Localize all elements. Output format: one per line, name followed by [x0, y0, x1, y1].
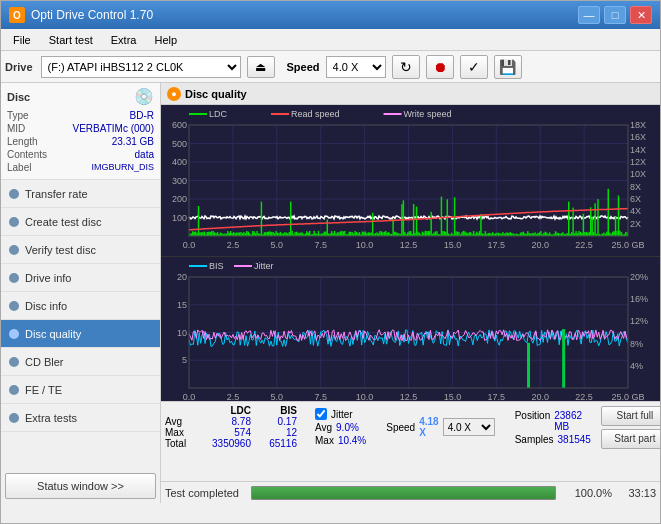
start-full-button[interactable]: Start full — [601, 406, 660, 426]
status-text: Test completed — [165, 487, 245, 499]
sidebar-item-disc-quality[interactable]: Disc quality — [1, 320, 160, 348]
progress-time: 33:13 — [618, 487, 656, 499]
maximize-button[interactable]: □ — [604, 6, 626, 24]
jitter-max: 10.4% — [338, 435, 366, 446]
disc-info-panel: Disc 💿 Type BD-R MID VERBATIMc (000) Len… — [1, 83, 160, 180]
nav-label: Verify test disc — [25, 244, 96, 256]
position-value: 23862 MB — [554, 410, 591, 432]
title-bar-left: O Opti Drive Control 1.70 — [9, 7, 153, 23]
nav-label: Extra tests — [25, 412, 77, 424]
title-controls: — □ ✕ — [578, 6, 652, 24]
nav-label: Drive info — [25, 272, 71, 284]
disc-label-row: Label IMGBURN_DIS — [7, 162, 154, 173]
speed-select-stat[interactable]: 4.0 X — [443, 418, 495, 436]
drive-label: Drive — [5, 61, 33, 73]
content-area: ● Disc quality LDC BIS Avg 8.78 — [161, 83, 660, 503]
title-bar: O Opti Drive Control 1.70 — □ ✕ — [1, 1, 660, 29]
sidebar: Disc 💿 Type BD-R MID VERBATIMc (000) Len… — [1, 83, 161, 503]
disc-contents-label: Contents — [7, 149, 47, 160]
sidebar-item-extra-tests[interactable]: Extra tests — [1, 404, 160, 432]
disc-icon: 💿 — [134, 87, 154, 106]
bis-chart — [161, 257, 660, 401]
total-label: Total — [165, 438, 203, 449]
menu-start-test[interactable]: Start test — [41, 32, 101, 48]
disc-type-label: Type — [7, 110, 29, 121]
disc-type-row: Type BD-R — [7, 110, 154, 121]
main-layout: Disc 💿 Type BD-R MID VERBATIMc (000) Len… — [1, 83, 660, 503]
nav-dot — [9, 245, 19, 255]
nav-dot — [9, 273, 19, 283]
samples-label: Samples — [515, 434, 554, 445]
drive-select[interactable]: (F:) ATAPI iHBS112 2 CL0K — [41, 56, 241, 78]
close-button[interactable]: ✕ — [630, 6, 652, 24]
menu-file[interactable]: File — [5, 32, 39, 48]
nav-dot — [9, 385, 19, 395]
eject-button[interactable]: ⏏ — [247, 56, 275, 78]
nav-dot — [9, 329, 19, 339]
save-button[interactable]: 💾 — [494, 55, 522, 79]
disc-mid-value: VERBATIMc (000) — [73, 123, 155, 134]
disc-contents-value: data — [135, 149, 154, 160]
sidebar-item-fe-te[interactable]: FE / TE — [1, 376, 160, 404]
bis-canvas — [161, 257, 660, 401]
disc-section-title: Disc — [7, 91, 30, 103]
disc-label-label: Label — [7, 162, 31, 173]
menu-extra[interactable]: Extra — [103, 32, 145, 48]
samples-value: 381545 — [558, 434, 591, 445]
progress-bar-fill — [252, 487, 555, 499]
app-title: Opti Drive Control 1.70 — [31, 8, 153, 22]
jitter-max-label: Max — [315, 435, 334, 446]
disc-type-value: BD-R — [130, 110, 154, 121]
avg-bis: 0.17 — [251, 416, 297, 427]
total-bis: 65116 — [251, 438, 297, 449]
jitter-label: Jitter — [331, 409, 353, 420]
disc-length-value: 23.31 GB — [112, 136, 154, 147]
stats-bar: LDC BIS Avg 8.78 0.17 Max 574 12 Total 3… — [161, 401, 660, 481]
sidebar-item-transfer-rate[interactable]: Transfer rate — [1, 180, 160, 208]
nav-label: FE / TE — [25, 384, 62, 396]
sidebar-item-drive-info[interactable]: Drive info — [1, 264, 160, 292]
ldc-canvas — [161, 105, 660, 256]
nav-label: Transfer rate — [25, 188, 88, 200]
disc-mid-label: MID — [7, 123, 25, 134]
avg-label: Avg — [165, 416, 203, 427]
progress-percent: 100.0% — [562, 487, 612, 499]
col-ldc-header: LDC — [203, 405, 251, 416]
nav-dot — [9, 189, 19, 199]
jitter-section: Jitter Avg 9.0% Max 10.4% — [315, 408, 366, 446]
disc-length-label: Length — [7, 136, 38, 147]
menu-help[interactable]: Help — [146, 32, 185, 48]
col-bis-header: BIS — [251, 405, 297, 416]
toolbar: Drive (F:) ATAPI iHBS112 2 CL0K ⏏ Speed … — [1, 51, 660, 83]
nav-dot — [9, 301, 19, 311]
sidebar-item-disc-info[interactable]: Disc info — [1, 292, 160, 320]
nav-label: CD Bler — [25, 356, 64, 368]
speed-select[interactable]: 4.0 X — [326, 56, 386, 78]
charts-area — [161, 105, 660, 401]
nav-label: Disc quality — [25, 328, 81, 340]
app-icon: O — [9, 7, 25, 23]
minimize-button[interactable]: — — [578, 6, 600, 24]
nav-dot — [9, 357, 19, 367]
stats-table: LDC BIS Avg 8.78 0.17 Max 574 12 Total 3… — [165, 405, 297, 449]
disc-quality-header: ● Disc quality — [161, 83, 660, 105]
start-part-button[interactable]: Start part — [601, 429, 660, 449]
disc-label-value: IMGBURN_DIS — [91, 162, 154, 173]
record-button[interactable]: ⏺ — [426, 55, 454, 79]
status-window-button[interactable]: Status window >> — [5, 473, 156, 499]
sidebar-item-create-test-disc[interactable]: Create test disc — [1, 208, 160, 236]
avg-ldc: 8.78 — [203, 416, 251, 427]
position-label: Position — [515, 410, 551, 432]
action-buttons: Start full Start part — [601, 406, 660, 449]
disc-quality-title: Disc quality — [185, 88, 247, 100]
refresh-button[interactable]: ↻ — [392, 55, 420, 79]
menu-bar: File Start test Extra Help — [1, 29, 660, 51]
speed-label: Speed — [287, 61, 320, 73]
sidebar-item-verify-test-disc[interactable]: Verify test disc — [1, 236, 160, 264]
jitter-checkbox[interactable] — [315, 408, 327, 420]
position-section: Position 23862 MB Samples 381545 — [515, 410, 591, 445]
verify-button[interactable]: ✓ — [460, 55, 488, 79]
sidebar-item-cd-bler[interactable]: CD Bler — [1, 348, 160, 376]
nav-dot — [9, 413, 19, 423]
nav-dot — [9, 217, 19, 227]
